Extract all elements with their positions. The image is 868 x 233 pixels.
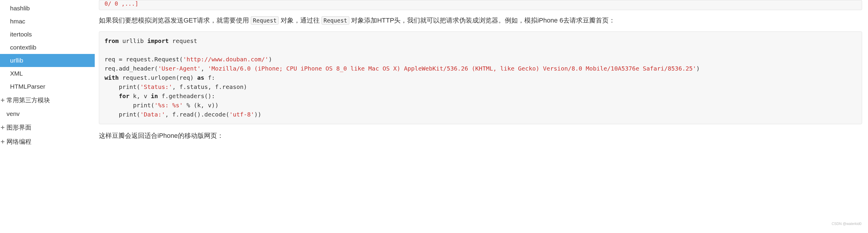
code-snippet-tail: 0/ 0 ,...] xyxy=(99,0,862,10)
code-text: urllib xyxy=(119,37,147,45)
sidebar-item-hashlib[interactable]: hashlib xyxy=(0,2,95,15)
code-keyword: as xyxy=(197,74,204,81)
code-text: ) xyxy=(269,56,272,63)
para-text: 如果我们要想模拟浏览器发送GET请求，就需要使用 xyxy=(99,17,249,24)
inline-code-request: Request xyxy=(321,16,349,25)
paragraph-result: 这样豆瓣会返回适合iPhone的移动版网页： xyxy=(99,129,862,142)
code-string: 'utf-8' xyxy=(229,111,254,118)
expand-icon xyxy=(1,125,5,129)
code-string: 'Status:' xyxy=(140,83,172,90)
code-text: print( xyxy=(104,102,155,109)
sidebar-item-htmlparser[interactable]: HTMLParser xyxy=(0,80,95,93)
code-text: )) xyxy=(254,111,261,118)
code-string: 'http://www.douban.com/' xyxy=(183,56,269,63)
code-keyword: for xyxy=(119,92,129,99)
code-text: print( xyxy=(104,83,140,90)
sidebar-section-network[interactable]: 网络编程 xyxy=(0,135,95,149)
code-text xyxy=(104,92,119,99)
code-text: f.getheaders(): xyxy=(158,92,215,99)
expand-icon xyxy=(1,140,5,144)
sidebar-section-label: 常用第三方模块 xyxy=(6,96,50,104)
code-text: req = request.Request( xyxy=(104,56,183,63)
code-text: req.add_header( xyxy=(104,65,158,72)
sidebar-section-label: 图形界面 xyxy=(6,123,31,132)
sidebar-item-itertools[interactable]: itertools xyxy=(0,28,95,41)
code-text: f: xyxy=(204,74,215,81)
inline-code-request: Request xyxy=(251,16,279,25)
code-text: request xyxy=(169,37,197,45)
paragraph-intro: 如果我们要想模拟浏览器发送GET请求，就需要使用 Request 对象，通过往 … xyxy=(99,14,862,27)
sidebar: hashlib hmac itertools contextlib urllib… xyxy=(0,0,95,233)
sidebar-section-label: 网络编程 xyxy=(6,138,31,146)
code-text: , f.read().decode( xyxy=(165,111,229,118)
code-keyword: with xyxy=(104,74,119,81)
code-text: request.urlopen(req) xyxy=(119,74,197,81)
sidebar-item-venv[interactable]: venv xyxy=(0,107,95,120)
para-text: 对象添加HTTP头，我们就可以把请求伪装成浏览器。例如，模拟iPhone 6去请… xyxy=(351,17,615,24)
code-string: 'Data:' xyxy=(140,111,165,118)
code-string: '%s: %s' xyxy=(155,102,183,109)
code-keyword: import xyxy=(148,37,169,45)
code-keyword: in xyxy=(151,92,158,99)
watermark: CSDN @waterkid0 xyxy=(832,222,862,226)
code-text: ) xyxy=(696,65,700,72)
code-block-main: from urllib import request req = request… xyxy=(99,31,862,124)
sidebar-item-urllib[interactable]: urllib xyxy=(0,54,95,67)
sidebar-item-hmac[interactable]: hmac xyxy=(0,15,95,28)
para-text: 对象，通过往 xyxy=(281,17,320,24)
expand-icon xyxy=(1,98,5,102)
code-keyword: from xyxy=(104,37,119,45)
code-text: , xyxy=(201,65,208,72)
code-text: , f.status, f.reason) xyxy=(172,83,247,90)
content-area: 0/ 0 ,...] 如果我们要想模拟浏览器发送GET请求，就需要使用 Requ… xyxy=(95,0,868,233)
code-string: 'Mozilla/6.0 (iPhone; CPU iPhone OS 8_0 … xyxy=(208,65,696,72)
code-text: k, v xyxy=(129,92,151,99)
sidebar-section-gui[interactable]: 图形界面 xyxy=(0,120,95,135)
sidebar-section-third-party[interactable]: 常用第三方模块 xyxy=(0,93,95,107)
sidebar-item-xml[interactable]: XML xyxy=(0,67,95,80)
code-string: 'User-Agent' xyxy=(158,65,201,72)
code-text: % (k, v)) xyxy=(183,102,218,109)
code-text: print( xyxy=(104,111,140,118)
sidebar-item-contextlib[interactable]: contextlib xyxy=(0,41,95,54)
